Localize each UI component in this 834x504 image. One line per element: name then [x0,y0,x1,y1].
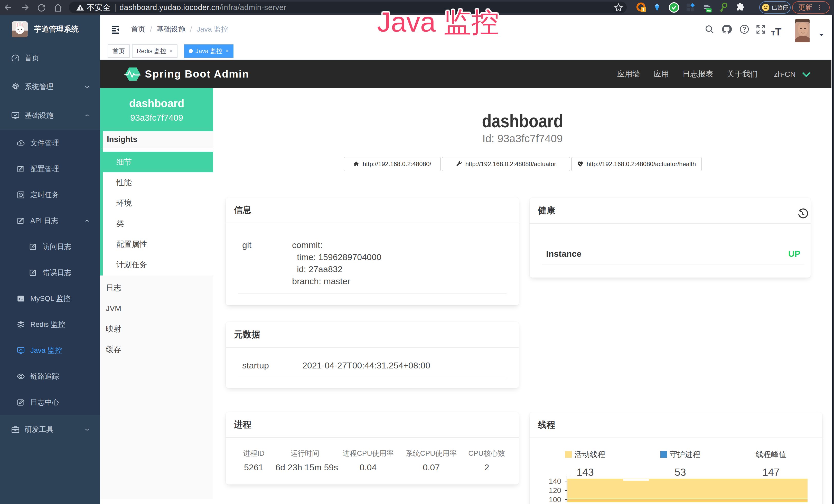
svg-text:100: 100 [549,496,561,504]
svg-text:1: 1 [642,7,644,12]
svg-text:on: on [707,9,711,12]
svg-text:140: 140 [549,477,561,485]
svg-text:120: 120 [549,486,561,495]
